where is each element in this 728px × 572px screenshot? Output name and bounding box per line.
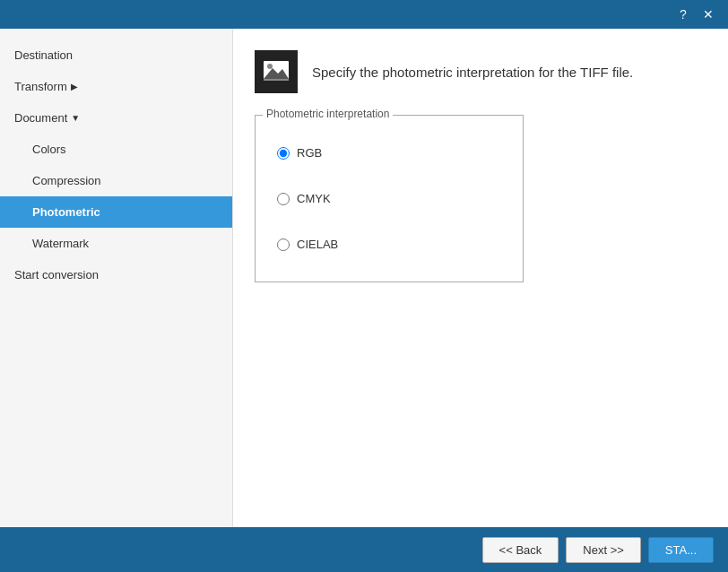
bottom-bar: << Back Next >> STA...	[0, 527, 728, 572]
sidebar-item-document[interactable]: Document ▼	[0, 102, 232, 134]
rgb-option[interactable]: RGB	[270, 130, 508, 176]
cielab-option[interactable]: CIELAB	[270, 221, 508, 267]
sidebar: DestinationTransform ▶Document ▼ColorsCo…	[0, 29, 233, 527]
cmyk-label: CMYK	[297, 192, 331, 205]
transform-arrow-icon: ▶	[71, 82, 78, 91]
svg-rect-4	[264, 79, 289, 81]
rgb-radio[interactable]	[277, 147, 290, 160]
sidebar-item-photometric[interactable]: Photometric	[0, 196, 232, 228]
content-area: Specify the photometric interpretation f…	[233, 29, 728, 527]
sidebar-item-transform[interactable]: Transform ▶	[0, 71, 232, 102]
group-label: Photometric interpretation	[263, 108, 393, 120]
svg-point-2	[267, 64, 273, 69]
content-header: Specify the photometric interpretation f…	[255, 50, 706, 93]
cmyk-radio[interactable]	[277, 193, 290, 205]
sidebar-item-watermark[interactable]: Watermark	[0, 228, 232, 259]
cmyk-option[interactable]: CMYK	[270, 176, 508, 221]
sidebar-item-colors[interactable]: Colors	[0, 134, 232, 165]
header-title: Specify the photometric interpretation f…	[312, 65, 633, 80]
cielab-label: CIELAB	[297, 238, 338, 251]
header-icon	[255, 50, 298, 93]
close-button[interactable]: ✕	[696, 4, 721, 25]
help-button[interactable]: ?	[671, 4, 696, 25]
back-button[interactable]: << Back	[482, 537, 559, 563]
cielab-radio[interactable]	[277, 238, 290, 251]
main-content: DestinationTransform ▶Document ▼ColorsCo…	[0, 29, 728, 527]
title-bar: ? ✕	[0, 0, 728, 29]
start-button[interactable]: STA...	[648, 537, 714, 563]
document-arrow-icon: ▼	[71, 113, 80, 123]
sidebar-item-start-conversion[interactable]: Start conversion	[0, 259, 232, 290]
next-button[interactable]: Next >>	[566, 537, 641, 563]
photometric-group: Photometric interpretation RGB CMYK CIEL…	[255, 115, 524, 282]
rgb-label: RGB	[297, 146, 322, 160]
sidebar-item-compression[interactable]: Compression	[0, 165, 232, 196]
sidebar-item-destination[interactable]: Destination	[0, 39, 232, 71]
